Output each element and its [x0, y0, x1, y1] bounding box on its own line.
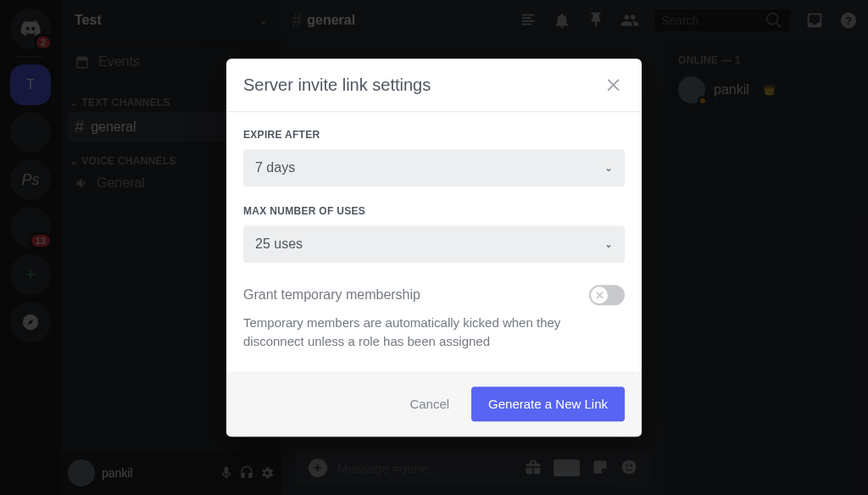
cancel-button[interactable]: Cancel: [394, 387, 465, 421]
close-icon: [604, 75, 623, 94]
chevron-down-icon: ⌄: [604, 162, 613, 174]
chevron-down-icon: ⌄: [604, 238, 613, 250]
uses-label: MAX NUMBER OF USES: [243, 205, 625, 217]
expire-label: EXPIRE AFTER: [243, 129, 625, 141]
expire-select[interactable]: 7 days ⌄: [243, 149, 625, 186]
expire-value: 7 days: [255, 160, 295, 175]
invite-settings-modal: Server invite link settings EXPIRE AFTER…: [226, 58, 642, 437]
temp-membership-description: Temporary members are automatically kick…: [243, 314, 625, 351]
uses-value: 25 uses: [255, 236, 303, 252]
toggle-knob: ✕: [591, 286, 608, 303]
generate-link-button[interactable]: Generate a New Link: [471, 387, 625, 421]
uses-select[interactable]: 25 uses ⌄: [243, 225, 625, 263]
close-button[interactable]: [604, 75, 625, 96]
temp-membership-label: Grant temporary membership: [243, 287, 420, 303]
modal-title: Server invite link settings: [243, 75, 431, 95]
temp-membership-toggle[interactable]: ✕: [589, 285, 625, 305]
